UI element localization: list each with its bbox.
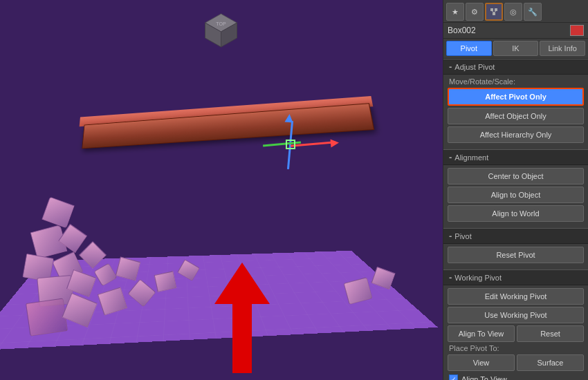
- section-body-working-pivot: Edit Working Pivot Use Working Pivot Ali…: [443, 285, 588, 380]
- svg-line-8: [494, 11, 496, 12]
- panel-toolbar: ★ ⚙ ◎ 🔧: [443, 0, 588, 23]
- svg-rect-4: [490, 8, 493, 11]
- btn-place-view[interactable]: View: [448, 354, 515, 371]
- section-alignment: - Alignment Center to Object Align to Ob…: [443, 149, 588, 227]
- section-title-adjust-pivot: Adjust Pivot: [454, 63, 495, 71]
- toolbar-icon-star[interactable]: ★: [446, 3, 464, 21]
- tab-pivot[interactable]: Pivot: [446, 41, 492, 56]
- viewport[interactable]: TOP: [0, 0, 443, 380]
- btn-reset-pivot[interactable]: Reset Pivot: [448, 247, 584, 263]
- btn-align-to-view[interactable]: Align To View: [448, 325, 515, 342]
- object-name: Box002: [448, 26, 567, 35]
- toolbar-icon-motion[interactable]: ◎: [504, 3, 522, 21]
- red-arrow: [214, 263, 270, 373]
- btn-affect-object-only[interactable]: Affect Object Only: [448, 108, 584, 124]
- section-header-pivot: - Pivot: [443, 228, 588, 244]
- btn-affect-pivot-only[interactable]: Affect Pivot Only: [448, 88, 584, 106]
- btn-use-working-pivot[interactable]: Use Working Pivot: [448, 307, 584, 323]
- align-to-view-checkbox[interactable]: [449, 374, 458, 380]
- section-title-alignment: Alignment: [454, 153, 488, 162]
- gizmo-z-tip: [284, 113, 293, 122]
- section-collapse-pivot-icon[interactable]: -: [449, 231, 452, 241]
- btn-reset-working-pivot[interactable]: Reset: [517, 325, 584, 342]
- btn-align-to-object[interactable]: Align to Object: [448, 187, 584, 203]
- section-pivot: - Pivot Reset Pivot: [443, 228, 588, 268]
- tab-link-info[interactable]: Link Info: [540, 41, 585, 56]
- section-body-alignment: Center to Object Align to Object Align t…: [443, 165, 588, 227]
- properties-panel: ★ ⚙ ◎ 🔧 Box002 Pivot IK Link In: [443, 0, 588, 380]
- toolbar-icon-gear[interactable]: ⚙: [466, 3, 484, 21]
- gizmo-x-tip: [330, 138, 339, 147]
- toolbar-icon-utility[interactable]: 🔧: [524, 3, 542, 21]
- section-title-working-pivot: Working Pivot: [454, 274, 502, 282]
- btn-edit-working-pivot[interactable]: Edit Working Pivot: [448, 288, 584, 305]
- btn-place-surface[interactable]: Surface: [517, 354, 584, 371]
- move-rotate-scale-label: Move/Rotate/Scale:: [448, 77, 584, 86]
- btn-align-to-world[interactable]: Align to World: [448, 205, 584, 222]
- align-to-view-checkbox-label: Align To View: [461, 375, 507, 381]
- tab-ik[interactable]: IK: [493, 41, 539, 56]
- section-body-pivot: Reset Pivot: [443, 244, 588, 268]
- section-body-adjust-pivot: Move/Rotate/Scale: Affect Pivot Only Aff…: [443, 75, 588, 148]
- align-reset-row: Align To View Reset: [448, 325, 584, 342]
- btn-affect-hierarchy-only[interactable]: Affect Hierarchy Only: [448, 126, 584, 143]
- tab-row: Pivot IK Link Info: [443, 39, 588, 59]
- nav-cube[interactable]: TOP: [203, 10, 241, 50]
- svg-rect-6: [493, 12, 495, 15]
- section-header-adjust-pivot: - Adjust Pivot: [443, 59, 588, 75]
- svg-rect-5: [495, 8, 497, 11]
- arrow-shaft: [232, 304, 252, 373]
- section-collapse-icon[interactable]: -: [449, 61, 452, 72]
- section-header-alignment: - Alignment: [443, 149, 588, 165]
- align-to-view-checkbox-row: Align To View: [448, 373, 584, 380]
- section-header-working-pivot: - Working Pivot: [443, 269, 588, 285]
- section-adjust-pivot: - Adjust Pivot Move/Rotate/Scale: Affect…: [443, 59, 588, 148]
- section-working-pivot: - Working Pivot Edit Working Pivot Use W…: [443, 269, 588, 380]
- object-name-row: Box002: [443, 23, 588, 39]
- svg-text:TOP: TOP: [216, 21, 226, 26]
- btn-center-to-object[interactable]: Center to Object: [448, 168, 584, 184]
- gizmo-box: [286, 140, 295, 149]
- section-collapse-working-pivot-icon[interactable]: -: [449, 272, 452, 283]
- section-title-pivot: Pivot: [454, 232, 471, 240]
- view-surface-row: View Surface: [448, 354, 584, 371]
- toolbar-icon-hierarchy[interactable]: [485, 3, 503, 21]
- section-collapse-alignment-icon[interactable]: -: [449, 152, 452, 162]
- arrow-head: [214, 263, 270, 304]
- place-pivot-label: Place Pivot To:: [448, 344, 584, 352]
- svg-line-7: [492, 11, 494, 12]
- object-color-swatch[interactable]: [570, 25, 584, 36]
